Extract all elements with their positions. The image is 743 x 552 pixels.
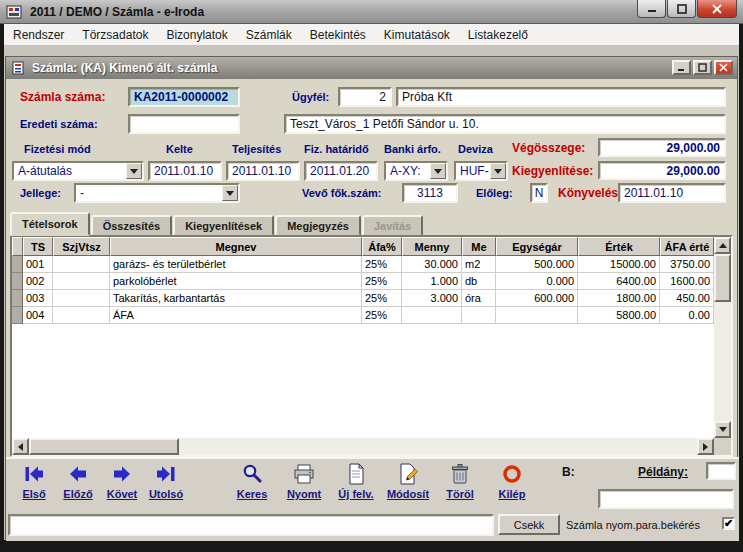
grid-header-menny[interactable]: Menny [402,237,462,256]
grid-header-me[interactable]: Me [462,237,496,256]
scroll-up-button[interactable] [714,237,731,254]
grid-header-szjvtsz[interactable]: SzjVtsz [53,237,110,256]
settled-value-field[interactable]: 29,000.00 [598,161,726,180]
menu-item-betekintes[interactable]: Betekintés [301,24,375,46]
vertical-scroll-thumb[interactable] [714,254,731,302]
total-value-field[interactable]: 29,000.00 [598,138,726,157]
invoice-window-title: Számla: (KA) Kimenő ált. számla [32,61,217,75]
original-number-field[interactable] [128,114,240,134]
tab-kiegyenlitesek[interactable]: Kiegyenlítések [173,215,274,236]
edit-button[interactable]: Módosít [386,462,430,510]
menu-item-listakezelo[interactable]: Listakezelő [459,24,537,46]
invoice-close-button[interactable] [714,60,733,75]
due-date-field[interactable]: 2011.01.20 [304,161,378,181]
row-selector[interactable] [12,256,23,273]
customer-name-field[interactable]: Próba Kft [396,87,726,107]
menu-item-bizonylatok[interactable]: Bizonylatok [157,24,236,46]
cell-ertek: 1800.00 [578,290,660,307]
print-button-label: Nyomt [287,488,321,500]
maximize-button[interactable] [667,0,696,18]
row-selector[interactable] [12,290,23,307]
next-button[interactable]: Követ [100,462,144,510]
type-value: - [80,186,84,200]
ledger-number-field[interactable]: 3113 [402,183,458,203]
advance-field[interactable]: N [530,183,548,203]
cell-ts: 002 [23,273,53,290]
invoice-maximize-button[interactable] [693,60,712,75]
grid-header-megnev[interactable]: Megnev [110,237,362,256]
print-param-label: Számla nyom.para.bekérés [566,519,700,531]
grid-header-afa[interactable]: Áfa% [362,237,402,256]
currency-dropdown-arrow-icon[interactable] [490,163,506,179]
menu-item-torzsadatok[interactable]: Törzsadatok [73,24,157,46]
cell-menny [402,307,462,324]
exit-button-label: Kilép [499,488,526,500]
issue-date-field[interactable]: 2011.01.10 [148,161,222,181]
grid-header-afaertek[interactable]: ÁFA érté [660,237,714,256]
print-param-checkbox[interactable]: ✔ [722,517,735,530]
copies-input[interactable] [706,462,736,480]
customer-code-field[interactable]: 2 [338,87,392,107]
grid-vertical-scrollbar[interactable] [714,237,731,438]
invoice-minimize-button[interactable] [672,60,691,75]
payment-mode-dropdown-arrow-icon[interactable] [126,163,142,179]
status-input[interactable] [8,514,494,536]
copies-input-field[interactable] [708,467,734,481]
bank-rate-dropdown-arrow-icon[interactable] [430,163,446,179]
close-button[interactable] [697,0,737,18]
new-record-button[interactable]: Új felv. [334,462,378,510]
tab-javitas[interactable]: Javítás [362,215,423,236]
last-icon [154,462,178,486]
menubar: Rendszer Törzsadatok Bizonylatok Számlák… [4,24,739,46]
scroll-down-button[interactable] [714,421,731,438]
new-record-button-label: Új felv. [338,488,373,500]
aux-input[interactable] [598,489,734,509]
table-row[interactable]: 001 garázs- és területbérlet 25% 30.000 … [12,256,714,273]
csekk-button[interactable]: Csekk [498,514,560,535]
status-input-field[interactable] [10,517,492,535]
b-label: B: [562,465,575,479]
cell-megnev: Takarítás, karbantartás [110,290,362,307]
first-button[interactable]: Első [12,462,56,510]
issue-date-label: Kelte [166,143,193,155]
currency-dropdown[interactable]: HUF- [454,161,508,181]
booking-date-field[interactable]: 2011.01.10 [618,183,726,203]
cell-ts: 004 [23,307,53,324]
scroll-right-button[interactable] [697,438,714,455]
grid-header-ts[interactable]: TS [23,237,53,256]
delete-icon [448,462,472,486]
table-row[interactable]: 002 parkolóbérlet 25% 1.000 db 0.000 640… [12,273,714,290]
table-row[interactable]: 003 Takarítás, karbantartás 25% 3.000 ór… [12,290,714,307]
tab-osszesites[interactable]: Összesítés [91,215,172,236]
grid-header-egysegar[interactable]: Egységár [496,237,578,256]
menu-item-kimutatasok[interactable]: Kimutatások [375,24,459,46]
row-selector[interactable] [12,273,23,290]
print-button[interactable]: Nyomt [282,462,326,510]
aux-input-field[interactable] [600,493,732,509]
advance-label: Előleg: [476,187,513,199]
horizontal-scroll-thumb[interactable] [29,438,179,455]
row-selector[interactable] [12,307,23,324]
tab-tetelsorok[interactable]: Tételsorok [10,212,90,236]
last-button[interactable]: Utolsó [144,462,188,510]
scroll-left-button[interactable] [12,438,29,455]
payment-mode-label: Fizetési mód [24,143,91,155]
grid-horizontal-scrollbar[interactable] [12,438,714,455]
exit-button[interactable]: Kilép [490,462,534,510]
search-button[interactable]: Keres [230,462,274,510]
fulfillment-date-field[interactable]: 2011.01.10 [226,161,300,181]
customer-address-field[interactable]: Teszt_Város_1 Petőfi Sándor u. 10. [284,114,726,134]
bank-rate-dropdown[interactable]: A-XY: [384,161,448,181]
invoice-number-value[interactable]: KA2011-0000002 [128,87,240,107]
delete-button[interactable]: Töröl [438,462,482,510]
type-dropdown[interactable]: - [74,183,240,203]
table-row[interactable]: 004 ÁFA 25% 5800.00 0.00 [12,307,714,324]
payment-mode-dropdown[interactable]: A-átutalás [12,161,144,181]
tab-megjegyzes[interactable]: Megjegyzés [275,215,361,236]
grid-header-ertek[interactable]: Érték [578,237,660,256]
menu-item-rendszer[interactable]: Rendszer [4,24,73,46]
type-dropdown-arrow-icon[interactable] [222,185,238,201]
minimize-button[interactable] [637,0,666,18]
menu-item-szamlak[interactable]: Számlák [237,24,301,46]
prev-button[interactable]: Előző [56,462,100,510]
